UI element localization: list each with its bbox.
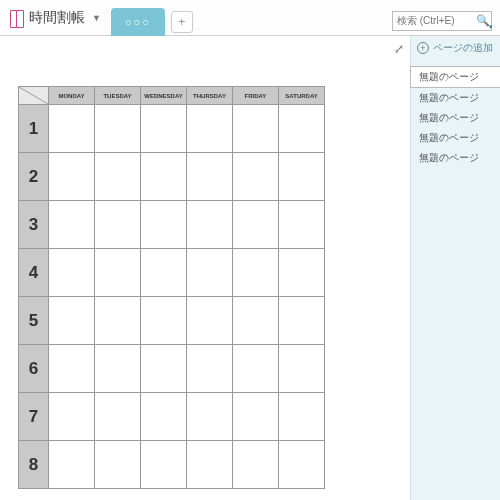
timetable-cell[interactable] <box>279 393 325 441</box>
timetable-cell[interactable] <box>233 393 279 441</box>
timetable-cell[interactable] <box>187 153 233 201</box>
timetable-cell[interactable] <box>187 249 233 297</box>
timetable-cell[interactable] <box>233 153 279 201</box>
search-icon: 🔍 <box>476 14 490 27</box>
chevron-down-icon: ▼ <box>92 13 101 23</box>
timetable-cell[interactable] <box>279 345 325 393</box>
timetable-cell[interactable] <box>279 201 325 249</box>
timetable-cell[interactable] <box>233 249 279 297</box>
timetable-cell[interactable] <box>187 393 233 441</box>
timetable-cell[interactable] <box>279 153 325 201</box>
timetable-cell[interactable] <box>233 345 279 393</box>
timetable-cell[interactable] <box>187 201 233 249</box>
row-header: 3 <box>19 201 49 249</box>
timetable-cell[interactable] <box>49 249 95 297</box>
timetable-cell[interactable] <box>141 201 187 249</box>
row-header: 4 <box>19 249 49 297</box>
timetable-cell[interactable] <box>187 345 233 393</box>
timetable-cell[interactable] <box>49 393 95 441</box>
page-canvas[interactable]: ⤢ MONDAYTUESDAYWEDNESDAYTHURSDAYFRIDAYSA… <box>0 36 410 500</box>
section-tab-active[interactable]: ○○○ <box>111 8 165 36</box>
page-list-item[interactable]: 無題のページ <box>411 108 500 128</box>
timetable-cell[interactable] <box>95 297 141 345</box>
page-panel: + ページの追加 無題のページ無題のページ無題のページ無題のページ無題のページ <box>410 36 500 500</box>
notebook-icon <box>10 10 24 26</box>
timetable-cell[interactable] <box>95 441 141 489</box>
timetable-cell[interactable] <box>141 393 187 441</box>
timetable-cell[interactable] <box>49 297 95 345</box>
column-header: FRIDAY <box>233 87 279 105</box>
timetable-cell[interactable] <box>49 345 95 393</box>
column-header: TUESDAY <box>95 87 141 105</box>
timetable-cell[interactable] <box>95 345 141 393</box>
column-header: THURSDAY <box>187 87 233 105</box>
timetable: MONDAYTUESDAYWEDNESDAYTHURSDAYFRIDAYSATU… <box>18 86 325 489</box>
column-header: MONDAY <box>49 87 95 105</box>
timetable-cell[interactable] <box>141 153 187 201</box>
timetable-cell[interactable] <box>233 201 279 249</box>
plus-icon: + <box>178 15 185 29</box>
timetable-cell[interactable] <box>49 441 95 489</box>
page-list-item[interactable]: 無題のページ <box>411 128 500 148</box>
timetable-cell[interactable] <box>141 249 187 297</box>
timetable-cell[interactable] <box>279 105 325 153</box>
timetable-cell[interactable] <box>279 297 325 345</box>
table-corner-cell <box>19 87 49 105</box>
timetable-cell[interactable] <box>141 345 187 393</box>
timetable-cell[interactable] <box>233 441 279 489</box>
expand-icon[interactable]: ⤢ <box>394 42 404 56</box>
row-header: 5 <box>19 297 49 345</box>
timetable-cell[interactable] <box>95 249 141 297</box>
timetable-cell[interactable] <box>95 153 141 201</box>
row-header: 1 <box>19 105 49 153</box>
timetable-cell[interactable] <box>49 153 95 201</box>
page-list-item[interactable]: 無題のページ <box>411 88 500 108</box>
column-header: WEDNESDAY <box>141 87 187 105</box>
notebook-title-dropdown[interactable]: 時間割帳 ▼ <box>0 0 111 35</box>
row-header: 2 <box>19 153 49 201</box>
page-list: 無題のページ無題のページ無題のページ無題のページ無題のページ <box>411 66 500 168</box>
timetable-cell[interactable] <box>233 105 279 153</box>
add-page-label: ページの追加 <box>433 41 493 55</box>
search-button[interactable]: 🔍 ▾ <box>474 11 492 31</box>
timetable-cell[interactable] <box>187 105 233 153</box>
timetable-cell[interactable] <box>279 441 325 489</box>
svg-line-0 <box>19 87 48 104</box>
notebook-label: 時間割帳 <box>29 9 85 27</box>
column-header: SATURDAY <box>279 87 325 105</box>
timetable-cell[interactable] <box>95 393 141 441</box>
timetable-cell[interactable] <box>141 297 187 345</box>
page-list-item[interactable]: 無題のページ <box>410 66 500 88</box>
timetable-cell[interactable] <box>187 297 233 345</box>
timetable-cell[interactable] <box>49 201 95 249</box>
timetable-cell[interactable] <box>95 105 141 153</box>
page-list-item[interactable]: 無題のページ <box>411 148 500 168</box>
plus-circle-icon: + <box>417 42 429 54</box>
timetable-cell[interactable] <box>141 105 187 153</box>
timetable-cell[interactable] <box>95 201 141 249</box>
row-header: 7 <box>19 393 49 441</box>
timetable-cell[interactable] <box>49 105 95 153</box>
add-page-button[interactable]: + ページの追加 <box>411 36 500 60</box>
timetable-cell[interactable] <box>279 249 325 297</box>
row-header: 8 <box>19 441 49 489</box>
timetable-cell[interactable] <box>233 297 279 345</box>
section-tab-label: ○○○ <box>125 16 151 28</box>
add-section-button[interactable]: + <box>171 11 193 33</box>
row-header: 6 <box>19 345 49 393</box>
timetable-cell[interactable] <box>141 441 187 489</box>
timetable-cell[interactable] <box>187 441 233 489</box>
chevron-down-icon: ▾ <box>489 23 493 31</box>
